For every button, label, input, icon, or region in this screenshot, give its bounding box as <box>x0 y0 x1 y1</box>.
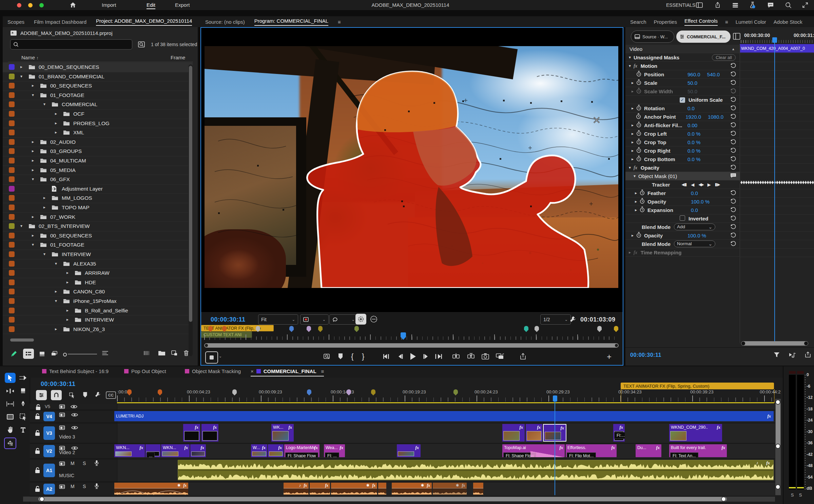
quick-export-icon[interactable] <box>714 2 721 9</box>
bin-item-label[interactable]: HDE <box>85 279 96 286</box>
tool-selection[interactable] <box>5 373 16 383</box>
panel-menu-icon[interactable]: ≡ <box>338 19 341 25</box>
track-badge[interactable]: A1 <box>43 464 55 477</box>
timeline-clip-sfx[interactable]: ✱fx <box>392 483 432 495</box>
bin-horizontal-scrollbar[interactable] <box>10 338 34 342</box>
track-header-a2[interactable]: A2 M S <box>30 482 117 496</box>
marker-icon[interactable] <box>354 326 359 332</box>
bin-label-swatch[interactable] <box>9 308 15 313</box>
stopwatch-icon[interactable] <box>636 147 641 154</box>
bin-row[interactable]: Adjustment Layer <box>3 184 193 194</box>
mask-comment-icon[interactable] <box>730 173 736 179</box>
fullscreen-icon[interactable] <box>802 2 809 9</box>
bin-row[interactable]: ▸03_GROUPS <box>3 147 193 156</box>
timeline-vertical-scrollbar[interactable] <box>775 399 781 495</box>
new-bin-icon[interactable] <box>158 350 166 357</box>
reset-parameter-icon[interactable] <box>730 156 736 162</box>
comments-icon[interactable] <box>767 2 774 9</box>
ecp-mini-playhead-head[interactable] <box>772 37 777 43</box>
bin-label-swatch[interactable] <box>9 242 15 248</box>
chevron-right-icon[interactable]: ▸ <box>20 64 22 69</box>
timeline-tab-label[interactable]: Object Mask Tracking <box>192 368 241 374</box>
bin-item-label[interactable]: 02_BTS_INTERVIEW <box>39 223 90 229</box>
add-mask-button[interactable] <box>355 314 366 325</box>
tab-program-monitor[interactable]: Program: COMMERCIAL_FINAL <box>254 18 328 26</box>
bin-label-swatch[interactable] <box>9 176 15 182</box>
menu-item-edit[interactable]: Edit <box>147 2 155 9</box>
column-header-name[interactable]: Name ↑ <box>21 55 39 60</box>
stopwatch-icon[interactable] <box>636 113 641 120</box>
hamburger-menu-icon[interactable] <box>732 2 739 9</box>
source-patch-icon[interactable] <box>59 484 65 490</box>
bin-label-swatch[interactable] <box>9 270 15 276</box>
timeline-tab-label[interactable]: Text Behind Subject - 16:9 <box>49 368 109 374</box>
program-horizontal-scrollbar[interactable] <box>204 343 619 348</box>
ecp-param-value[interactable]: 0.0 % <box>687 156 700 162</box>
mark-out-icon[interactable]: } <box>362 352 364 361</box>
ecp-sequence-clip-button[interactable]: COMMERCIAL_F... <box>676 31 731 43</box>
new-item-icon[interactable] <box>171 350 178 357</box>
step-back-icon[interactable] <box>396 353 404 361</box>
tab-source-monitor[interactable]: Source: (no clips) <box>205 19 245 25</box>
program-timecode[interactable]: 00:00:30:11 <box>211 316 246 323</box>
bin-item-label[interactable]: 01_FOOTAGE <box>50 92 84 98</box>
chevron-right-icon[interactable]: ▸ <box>55 130 57 135</box>
timeline-tab-label[interactable]: Pop Out Object <box>131 368 166 374</box>
reset-parameter-icon[interactable] <box>730 71 736 78</box>
drag-video-caret[interactable]: ⌄ <box>219 354 222 358</box>
marker-icon[interactable] <box>614 326 618 332</box>
bin-row[interactable]: ▾01_FOOTAGE <box>3 91 193 100</box>
timeline-clip-video[interactable]: fx <box>201 424 218 442</box>
ecp-source-clip-button[interactable]: Source · W... <box>631 31 674 43</box>
program-video-frame[interactable] <box>205 46 618 288</box>
tab-lumetri-color[interactable]: Lumetri Color <box>736 19 766 25</box>
chevron-right-icon[interactable]: ▸ <box>32 168 34 172</box>
reset-parameter-icon[interactable] <box>730 122 736 129</box>
bin-label-swatch[interactable] <box>9 261 15 267</box>
chevron-right-icon[interactable]: ▸ <box>632 157 636 161</box>
chevron-right-icon[interactable]: ▸ <box>32 233 34 238</box>
timeline-clip-video[interactable]: WK...fx <box>271 424 294 442</box>
marker-icon[interactable] <box>347 389 351 395</box>
eye-icon[interactable] <box>71 404 77 410</box>
timeline-clip-graphic[interactable]: Wea...fxFl: ... <box>324 444 345 457</box>
bin-label-swatch[interactable] <box>9 158 15 163</box>
bin-row[interactable]: ▾COMMERCIAL <box>3 100 193 110</box>
chevron-right-icon[interactable]: ▸ <box>55 121 57 125</box>
chevron-icon[interactable]: ▾ <box>629 63 631 68</box>
timeline-clip-video[interactable]: fx <box>526 424 542 442</box>
ecp-param-value[interactable]: 1920.0 <box>685 114 701 120</box>
chevron-down-icon[interactable]: ▾ <box>634 174 636 178</box>
timeline-clip-video[interactable]: WKN...fx <box>114 444 145 457</box>
bin-row[interactable]: ▸CANON_C80 <box>3 287 193 297</box>
bin-item-label[interactable]: XML <box>73 130 84 136</box>
chevron-down-icon[interactable]: ▾ <box>32 177 34 181</box>
bin-row[interactable]: ▾01_BRAND_COMMERCIAL <box>3 72 193 82</box>
ecp-row-feather[interactable]: ▸Feather0.0 <box>625 189 740 197</box>
bin-row[interactable]: ▸MM_LOGOS <box>3 193 193 203</box>
chevron-right-icon[interactable]: ▸ <box>632 233 636 238</box>
chevron-right-icon[interactable]: ▸ <box>632 89 636 94</box>
step-forward-icon[interactable] <box>422 353 430 361</box>
mark-in-icon[interactable]: { <box>351 352 353 361</box>
ecp-row-rotation[interactable]: ▸Rotation0.0 <box>625 104 740 113</box>
timeline-clip-video[interactable]: ... <box>146 444 160 457</box>
lock-icon[interactable] <box>35 448 40 455</box>
timeline-clip-graphic[interactable]: Logo-MartenMe...fxFl: Shape Flow <box>284 444 319 457</box>
tool-track-select-forward[interactable] <box>18 373 28 383</box>
timeline-horizontal-scrollbar[interactable] <box>23 497 775 502</box>
bin-label-swatch[interactable] <box>9 279 15 285</box>
bin-item-label[interactable]: 06_GFX <box>50 176 70 182</box>
object-mask-label[interactable]: Object Mask (01) <box>638 173 677 179</box>
ecp-row-video[interactable]: Video▲ <box>625 45 740 53</box>
bin-label-swatch[interactable] <box>9 167 15 173</box>
solo-left-button[interactable]: S <box>790 492 795 498</box>
checkbox-checked[interactable]: ✓ <box>680 97 685 103</box>
reset-parameter-icon[interactable] <box>730 148 736 154</box>
bin-label-swatch[interactable] <box>9 64 15 70</box>
tracker-keyframes[interactable] <box>740 178 814 187</box>
reset-parameter-icon[interactable] <box>730 241 736 247</box>
stopwatch-icon[interactable] <box>636 71 641 78</box>
chevron-right-icon[interactable]: ▸ <box>55 327 57 331</box>
stopwatch-icon[interactable] <box>636 130 641 137</box>
